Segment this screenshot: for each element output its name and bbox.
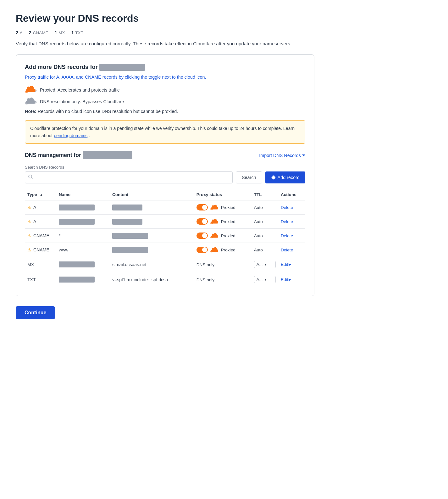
search-button[interactable]: Search	[236, 171, 262, 183]
cell-content: 77.75.221.135	[110, 200, 194, 215]
proxy-toggle[interactable]	[196, 218, 208, 225]
cell-content: 77.75.221.181	[110, 215, 194, 229]
main-card: Add more DNS records for networking.onli…	[16, 54, 314, 296]
edit-link[interactable]: Edit ▶	[281, 262, 303, 267]
cell-name: networking.online	[56, 215, 110, 229]
ttl-dropdown[interactable]: A...▼	[254, 261, 276, 268]
proxy-toggle[interactable]	[196, 204, 208, 210]
delete-link[interactable]: Delete	[281, 233, 293, 238]
page-title: Review your DNS records	[16, 13, 314, 24]
dns-management-title: DNS management for networking.online	[25, 151, 132, 159]
edit-arrow-icon: ▶	[289, 262, 291, 266]
edit-arrow-icon: ▶	[289, 278, 291, 282]
cell-ttl: Auto	[252, 215, 278, 229]
search-section: Search DNS Records Search ⊕ Add record	[25, 165, 305, 183]
svg-point-0	[25, 91, 28, 93]
proxy-toggle[interactable]	[196, 247, 208, 253]
dns-domain-blurred: networking.online	[83, 151, 133, 159]
cell-name: networking.online	[56, 257, 110, 272]
orange-cloud-icon	[25, 86, 37, 94]
warning-banner: Cloudflare protection for your domain is…	[25, 120, 305, 144]
table-row: ⚠Anetworking.online77.75.221.135 Proxied…	[25, 200, 305, 215]
summary-mx: 1 MX	[55, 30, 65, 35]
col-content: Content	[110, 189, 194, 200]
table-row: ⚠Anetworking.online77.75.221.181 Proxied…	[25, 215, 305, 229]
sort-icon: ▲	[40, 193, 43, 197]
name-blurred: networking.online	[59, 261, 95, 267]
search-input-wrap	[25, 171, 233, 183]
svg-point-3	[210, 208, 213, 210]
cell-action: Edit ▶	[278, 257, 305, 272]
cell-proxy-status: Proxied	[194, 229, 252, 243]
cell-action: Delete	[278, 215, 305, 229]
content-blurred: 77.75.221.135	[112, 205, 142, 210]
plus-icon: ⊕	[271, 174, 276, 181]
cell-proxy-status: Proxied	[194, 200, 252, 215]
cell-name: networking.online	[56, 200, 110, 215]
content-blurred: 77.75.221.181	[112, 219, 142, 225]
cell-type: ⚠A	[25, 200, 56, 215]
dns-only-label: DNS resolution only: Bypasses Cloudflare	[40, 99, 124, 104]
record-summary: 2 A 2 CNAME 1 MX 1 TXT	[16, 30, 314, 35]
search-row: Search ⊕ Add record	[25, 171, 305, 183]
col-name: Name	[56, 189, 110, 200]
edit-link[interactable]: Edit ▶	[281, 277, 303, 282]
content-blurred: networking.online	[112, 233, 148, 239]
name-blurred: networking.online	[59, 205, 95, 210]
dns-management-header: DNS management for networking.online Imp…	[25, 151, 305, 159]
gray-cloud-icon	[25, 97, 37, 106]
cell-content: networking.online	[110, 243, 194, 257]
search-icon	[28, 175, 33, 180]
cell-type: ⚠A	[25, 215, 56, 229]
cell-name: www	[56, 243, 110, 257]
content-blurred: networking.online	[112, 247, 148, 253]
cell-proxy-status: Proxied	[194, 215, 252, 229]
svg-point-6	[210, 251, 213, 253]
warning-icon: ⚠	[27, 233, 31, 238]
table-row: TXTnetworking.onlinev=spf1 mx include:_s…	[25, 272, 305, 287]
add-record-button[interactable]: ⊕ Add record	[265, 171, 305, 183]
col-proxy-status: Proxy status	[194, 189, 252, 200]
cell-proxy-status: DNS only	[194, 272, 252, 287]
table-row: ⚠CNAME*networking.online ProxiedAutoDele…	[25, 229, 305, 243]
col-type: Type ▲	[25, 189, 56, 200]
cell-proxy-status: DNS only	[194, 257, 252, 272]
svg-point-5	[210, 237, 213, 238]
svg-point-4	[210, 222, 213, 224]
summary-cname: 2 CNAME	[29, 30, 48, 35]
cell-ttl: Auto	[252, 243, 278, 257]
cell-type: ⚠CNAME	[25, 243, 56, 257]
pending-domains-link[interactable]: pending domains	[54, 133, 87, 138]
proxy-toggle[interactable]	[196, 233, 208, 239]
cell-content: v=spf1 mx include:_spf.dcsa...	[110, 272, 194, 287]
delete-link[interactable]: Delete	[281, 219, 293, 224]
cell-proxy-status: Proxied	[194, 243, 252, 257]
search-input[interactable]	[35, 175, 229, 180]
delete-link[interactable]: Delete	[281, 248, 293, 252]
cell-ttl: A...▼	[252, 272, 278, 287]
cell-action: Delete	[278, 200, 305, 215]
chevron-down-icon	[302, 154, 305, 156]
table-row: ⚠CNAMEwwwnetworking.online ProxiedAutoDe…	[25, 243, 305, 257]
cell-ttl: Auto	[252, 229, 278, 243]
cell-content: networking.online	[110, 229, 194, 243]
delete-link[interactable]: Delete	[281, 205, 293, 210]
cell-action: Edit ▶	[278, 272, 305, 287]
table-row: MXnetworking.onlines.mail.dcsaas.netDNS …	[25, 257, 305, 272]
summary-txt: 1 TXT	[71, 30, 83, 35]
cell-action: Delete	[278, 229, 305, 243]
import-dns-link[interactable]: Import DNS Records	[259, 153, 305, 158]
add-dns-title: Add more DNS records for networking.onli…	[25, 64, 305, 71]
continue-button[interactable]: Continue	[16, 306, 55, 319]
ttl-dropdown[interactable]: A...▼	[254, 276, 276, 283]
cell-type: ⚠CNAME	[25, 229, 56, 243]
cell-action: Delete	[278, 243, 305, 257]
cell-type: MX	[25, 257, 56, 272]
page-description: Verify that DNS records below are config…	[16, 40, 314, 48]
col-ttl: TTL	[252, 189, 278, 200]
cell-ttl: Auto	[252, 200, 278, 215]
cell-name: networking.online	[56, 272, 110, 287]
note-text: Note: Records with no cloud icon use DNS…	[25, 109, 305, 114]
dns-records-table: Type ▲ Name Content Proxy status TTL Act…	[25, 189, 305, 287]
summary-a: 2 A	[16, 30, 23, 35]
